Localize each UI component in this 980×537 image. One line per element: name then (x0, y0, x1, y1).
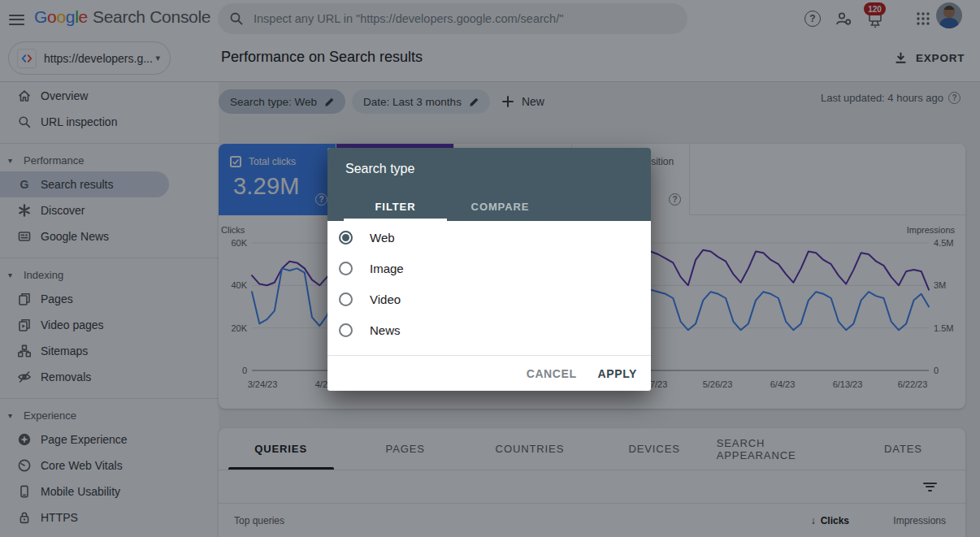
radio-icon (339, 323, 353, 337)
search-type-dialog: Search type FILTER COMPARE WebImageVideo… (327, 148, 651, 391)
option-label: News (370, 323, 401, 337)
dialog-header: Search type FILTER COMPARE (327, 148, 651, 221)
search-type-option-web[interactable]: Web (327, 222, 651, 253)
option-label: Image (370, 262, 404, 275)
dialog-tabs: FILTER COMPARE (343, 192, 553, 221)
radio-icon (339, 292, 353, 306)
search-type-option-video[interactable]: Video (327, 284, 651, 314)
tab-filter[interactable]: FILTER (343, 192, 448, 221)
dialog-footer: CANCEL APPLY (327, 355, 651, 391)
search-type-option-image[interactable]: Image (327, 253, 651, 284)
dialog-title: Search type (345, 162, 414, 176)
search-type-options: WebImageVideoNews (327, 222, 651, 345)
tab-compare[interactable]: COMPARE (448, 192, 553, 221)
radio-icon (339, 262, 353, 275)
apply-button[interactable]: APPLY (598, 367, 637, 380)
option-label: Web (370, 231, 395, 245)
cancel-button[interactable]: CANCEL (527, 367, 577, 380)
search-type-option-news[interactable]: News (327, 314, 651, 345)
radio-icon (339, 231, 353, 245)
option-label: Video (370, 292, 401, 306)
